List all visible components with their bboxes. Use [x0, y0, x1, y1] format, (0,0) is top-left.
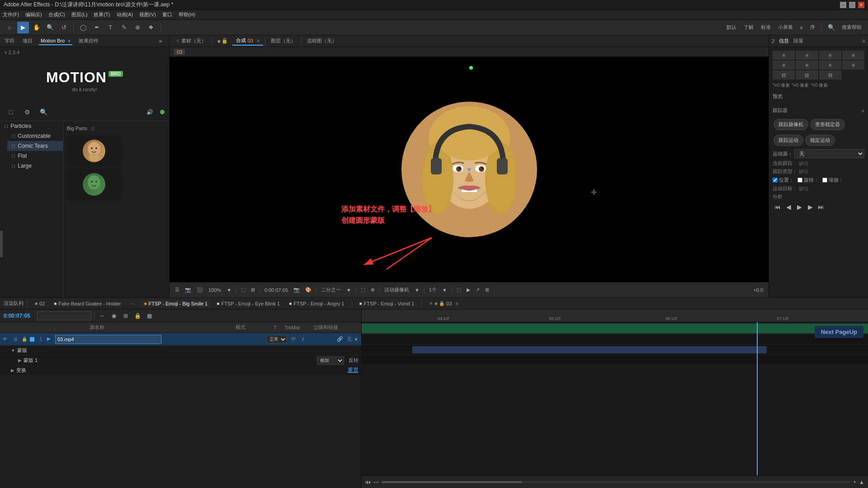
- tool-rotate[interactable]: ↺: [58, 22, 70, 33]
- tf-btn-zoom-out[interactable]: —: [373, 479, 379, 485]
- layer-row-transform[interactable]: ▶ 变换 重置: [0, 366, 361, 375]
- thumb-2[interactable]: [67, 169, 121, 200]
- rq-tab-fake-beard[interactable]: ■ Fake Beard Goatee - Holder: [50, 300, 124, 307]
- tool-select[interactable]: ▶: [17, 22, 29, 33]
- mask-expand-icon[interactable]: ▼: [11, 348, 15, 353]
- align-left[interactable]: ≡: [773, 51, 795, 60]
- preview-tab-footage-icon[interactable]: ■ 🔒: [214, 37, 231, 45]
- tool-stamp[interactable]: ⊕: [132, 22, 143, 33]
- menu-animation[interactable]: 动画(A): [117, 11, 133, 18]
- menu-window[interactable]: 窗口: [162, 11, 172, 18]
- cat-particles[interactable]: □ Particles: [0, 121, 63, 131]
- workspace-default[interactable]: 默认: [724, 24, 739, 31]
- pc-quality[interactable]: 二分之一: [319, 286, 343, 293]
- tl-btn-snap[interactable]: ⊞: [121, 311, 131, 321]
- transport-skip-fwd[interactable]: ⏭: [816, 202, 826, 212]
- maximize-button[interactable]: □: [849, 2, 855, 8]
- align-center-h[interactable]: ≡: [796, 51, 818, 60]
- vertical-resize-handle[interactable]: [0, 230, 3, 258]
- rq-tab-02[interactable]: ■ 02: [31, 300, 48, 307]
- align-top[interactable]: ≡: [842, 51, 864, 60]
- pc-quality-down[interactable]: ▼: [344, 286, 353, 294]
- layer-1-link-icon[interactable]: 🔗: [337, 336, 343, 342]
- preview-area[interactable]: 添加素材文件，调整【缩放】 创建圆形蒙版 ✛: [170, 57, 769, 282]
- rq-tab-eye-blink[interactable]: ■ FTSP - Emoji - Eye Blink 1: [213, 300, 283, 307]
- pc-render[interactable]: ▶: [465, 286, 472, 294]
- pc-zoom-level[interactable]: 100%: [207, 287, 223, 293]
- layer-1-parent-dropdown[interactable]: ▼: [354, 337, 359, 342]
- tool-brush[interactable]: ✎: [118, 22, 130, 33]
- mb-settings-btn[interactable]: ⚙: [21, 106, 33, 118]
- transform-reset-link[interactable]: 重置: [348, 366, 359, 374]
- close-button[interactable]: ✕: [858, 2, 864, 8]
- pc-comp-options[interactable]: ⬚: [455, 286, 463, 294]
- menu-view[interactable]: 视图(V): [139, 11, 156, 18]
- tab-motionbro[interactable]: Motion Bro ≡: [39, 37, 72, 45]
- rq-03-menu[interactable]: ≡: [456, 301, 458, 306]
- layer-1-slash[interactable]: /: [300, 336, 306, 343]
- align-px2[interactable]: ⊟: [796, 70, 818, 80]
- menu-effect[interactable]: 效果(T): [94, 11, 110, 18]
- tl-btn-show-all[interactable]: ▦: [144, 311, 154, 321]
- layer-row-1[interactable]: 👁 ☰ 🔒 1 ▶ 正常 中 / 🔗 无 ▼: [0, 333, 361, 346]
- align-px3[interactable]: ⊟: [819, 70, 841, 80]
- distribute-h[interactable]: ≡: [819, 61, 841, 70]
- align-center-v[interactable]: ≡: [773, 61, 795, 70]
- mask1-blend-select[interactable]: 相加: [317, 357, 344, 365]
- menu-layer[interactable]: 图层(L): [71, 11, 87, 18]
- tool-home[interactable]: ⌂: [4, 22, 15, 33]
- pc-zoom-down[interactable]: ▼: [225, 286, 233, 294]
- tl-btn-lock[interactable]: 🔒: [132, 311, 142, 321]
- mb-search-btn[interactable]: 🔍: [37, 106, 50, 118]
- preview-tab-comp[interactable]: 合成 03 ≡: [232, 36, 264, 46]
- tl-btn-ripple[interactable]: ↔: [97, 311, 107, 321]
- tab-effects[interactable]: 效果控件: [77, 37, 100, 45]
- transform-expand-icon[interactable]: ▶: [11, 368, 14, 373]
- track-bar-mask-1[interactable]: [412, 346, 767, 353]
- tracker-menu-icon[interactable]: ≡: [862, 108, 864, 113]
- pc-transparency[interactable]: ⬛: [195, 286, 205, 294]
- pc-camera-icon[interactable]: 📷: [292, 286, 302, 294]
- transport-play[interactable]: ▶: [794, 202, 804, 212]
- pc-extra[interactable]: ⊞: [483, 286, 491, 294]
- tf-btn-zoom-in[interactable]: +: [853, 479, 856, 485]
- align-right[interactable]: ≡: [819, 51, 841, 60]
- preview-tab-layer[interactable]: 图层（无）: [267, 37, 299, 45]
- track-motion-btn[interactable]: 跟踪运动: [774, 135, 803, 146]
- pc-region[interactable]: ⬚: [239, 286, 247, 294]
- track-camera-btn[interactable]: 跟踪摄像机: [774, 119, 808, 130]
- rp-menu-icon[interactable]: ≡: [862, 38, 865, 44]
- pc-ratio-down[interactable]: ▼: [440, 286, 449, 294]
- pc-snapshot[interactable]: 📷: [183, 286, 193, 294]
- pc-camera[interactable]: 活动摄像机: [382, 286, 411, 293]
- tab-character[interactable]: 字符: [3, 37, 16, 45]
- tl-btn-marker[interactable]: ◉: [109, 311, 119, 321]
- pc-camera-down[interactable]: ▼: [413, 286, 421, 294]
- panel-expand-btn[interactable]: »: [155, 35, 166, 47]
- tool-shape[interactable]: ◯: [77, 22, 89, 33]
- layer-1-vis[interactable]: 👁: [3, 337, 12, 342]
- distribute-v[interactable]: ≡: [842, 61, 864, 70]
- workspace-small[interactable]: 小屏幕: [775, 24, 796, 31]
- titlebar-controls[interactable]: ─ □ ✕: [840, 2, 864, 8]
- tool-hand[interactable]: ✋: [31, 22, 42, 33]
- rq-tab-big-smile[interactable]: ■ FTSP - Emoji - Big Smile 1: [141, 300, 212, 307]
- pc-color[interactable]: 🎨: [303, 286, 313, 294]
- menu-composition[interactable]: 合成(C): [48, 11, 65, 18]
- rq-tab-angry[interactable]: ■ FTSP - Emoji - Angry 1: [285, 300, 348, 307]
- tool-pen[interactable]: ✒: [91, 22, 103, 33]
- pc-view-options[interactable]: ☰: [173, 286, 181, 294]
- rq-tab-vomit[interactable]: ■ FTSP - Emoji - Vomit 1: [356, 300, 418, 307]
- tf-btn-mountain[interactable]: ▲: [859, 479, 864, 485]
- preview-tab-footage[interactable]: ✕ 素材（无）: [172, 37, 210, 45]
- layer-row-mask[interactable]: ▼ 蒙版: [0, 346, 361, 356]
- tool-zoom[interactable]: 🔍: [44, 22, 56, 33]
- deform-btn[interactable]: 变形稳定器: [810, 119, 845, 130]
- layer-1-lock[interactable]: 🔒: [22, 337, 28, 342]
- mask1-expand-icon[interactable]: ▶: [18, 358, 22, 363]
- workspace-standard[interactable]: 标准: [758, 24, 774, 31]
- tool-puppet[interactable]: ❖: [145, 22, 157, 33]
- align-bottom[interactable]: ≡: [796, 61, 818, 70]
- layer-row-mask-1[interactable]: ▶ 蒙版 1 相加 反转: [0, 356, 361, 366]
- workspace-render[interactable]: ≡: [797, 25, 806, 30]
